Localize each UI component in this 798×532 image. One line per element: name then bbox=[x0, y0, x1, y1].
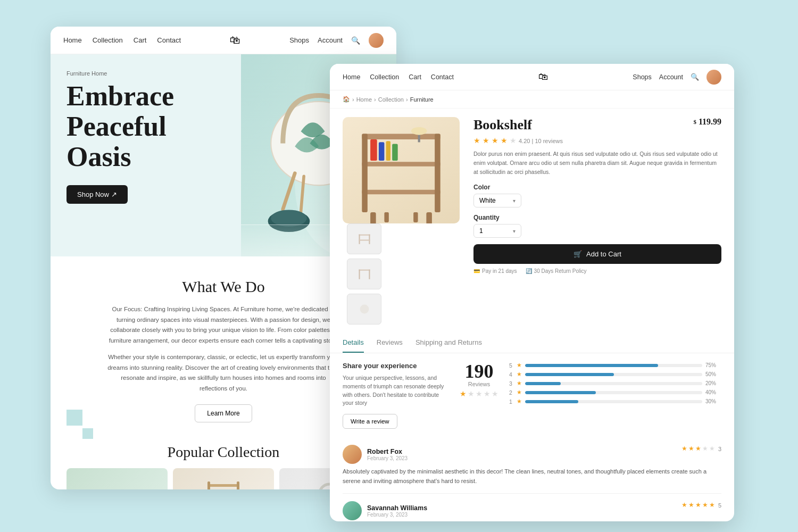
nav-cart[interactable]: Cart bbox=[134, 36, 147, 44]
account-link[interactable]: Account bbox=[318, 36, 343, 44]
gallery-container bbox=[343, 117, 460, 325]
thumb-1[interactable] bbox=[347, 223, 381, 254]
add-to-cart-button[interactable]: 🛒 Add to Cart bbox=[473, 244, 721, 264]
back-nav-right: Shops Account 🔍 bbox=[289, 33, 384, 48]
breadcrumb-home[interactable]: Home bbox=[356, 96, 372, 103]
plant-illustration bbox=[96, 473, 138, 489]
learn-more-button[interactable]: Learn More bbox=[195, 404, 252, 422]
share-text: Your unique perspective, lessons, and mo… bbox=[343, 374, 449, 408]
breadcrumb-sep2: › bbox=[374, 96, 376, 103]
front-user-avatar[interactable] bbox=[706, 70, 721, 85]
back-nav: Home Collection Cart Contact 🛍 Shops Acc… bbox=[51, 27, 396, 54]
avg-star-5: ★ bbox=[492, 389, 498, 398]
nav-contact[interactable]: Contact bbox=[157, 36, 181, 44]
rating-label-2: 2 bbox=[509, 389, 513, 396]
rating-row-5: 5 ★ 75% bbox=[509, 362, 721, 369]
product-title: Bookshelf bbox=[473, 117, 532, 133]
tab-reviews[interactable]: Reviews bbox=[377, 333, 403, 353]
front-nav-cart[interactable]: Cart bbox=[409, 73, 421, 81]
hero-label: Furniture Home bbox=[66, 70, 225, 77]
svg-point-47 bbox=[360, 305, 369, 314]
product-section: Bookshelf $ 119.99 ★ ★ ★ ★ ★ 4.20 | 10 r… bbox=[330, 109, 734, 333]
svg-rect-27 bbox=[362, 190, 440, 194]
review-score-1: 3 bbox=[718, 446, 721, 452]
bar-pct-5: 75% bbox=[705, 362, 721, 368]
thumb-3[interactable] bbox=[347, 294, 381, 325]
avg-star-4: ★ bbox=[484, 389, 491, 398]
thumb-2[interactable] bbox=[347, 259, 381, 289]
breadcrumb-sep1: › bbox=[352, 96, 354, 103]
rating-row-1: 1 ★ 30% bbox=[509, 398, 721, 405]
front-nav-contact[interactable]: Contact bbox=[431, 73, 454, 81]
review-list: Robert Fox February 3, 2023 ★ ★ ★ ★ ★ 3 … bbox=[330, 437, 734, 521]
user-avatar[interactable] bbox=[369, 33, 384, 48]
gallery-main-image[interactable] bbox=[343, 117, 460, 223]
front-account-link[interactable]: Account bbox=[659, 73, 683, 81]
front-nav-collection[interactable]: Collection bbox=[370, 73, 399, 81]
front-logo: 🛍 bbox=[538, 71, 548, 82]
search-icon[interactable]: 🔍 bbox=[351, 36, 360, 45]
hero-title: Embrace Peaceful Oasis bbox=[66, 81, 225, 172]
rating-star-2: ★ bbox=[517, 389, 522, 396]
reviewer-header-1: Robert Fox February 3, 2023 ★ ★ ★ ★ ★ 3 bbox=[343, 445, 721, 464]
r1-star-1: ★ bbox=[681, 445, 687, 453]
reviewer-avatar-1 bbox=[343, 445, 362, 464]
bar-bg-5 bbox=[525, 364, 702, 367]
bar-pct-3: 20% bbox=[705, 380, 721, 386]
star-2: ★ bbox=[483, 136, 489, 145]
popular-card-shelf[interactable] bbox=[173, 468, 274, 489]
shops-link[interactable]: Shops bbox=[289, 36, 309, 44]
return-icon: 🔄 bbox=[526, 268, 532, 274]
tab-details[interactable]: Details bbox=[343, 333, 364, 353]
popular-card-plant[interactable] bbox=[66, 468, 168, 489]
front-shops-link[interactable]: Shops bbox=[633, 73, 651, 81]
bar-fill-1 bbox=[525, 400, 578, 403]
product-info: Bookshelf $ 119.99 ★ ★ ★ ★ ★ 4.20 | 10 r… bbox=[468, 117, 721, 325]
bar-pct-4: 50% bbox=[705, 371, 721, 377]
svg-rect-25 bbox=[362, 134, 440, 140]
svg-rect-28 bbox=[362, 134, 368, 212]
rating-label-4: 4 bbox=[509, 371, 513, 378]
bar-fill-5 bbox=[525, 364, 658, 367]
total-reviews: 190 Reviews ★ ★ ★ ★ ★ bbox=[460, 362, 498, 398]
avg-star-2: ★ bbox=[468, 389, 475, 398]
rating-bars: 5 ★ 75% 4 ★ 50% 3 ★ 2 bbox=[509, 362, 721, 407]
reviewer-stars-2: ★ ★ ★ ★ ★ 5 bbox=[681, 501, 721, 509]
bar-pct-2: 40% bbox=[705, 389, 721, 395]
back-nav-links: Home Collection Cart Contact bbox=[63, 36, 181, 44]
svg-rect-44 bbox=[359, 270, 370, 271]
bar-bg-3 bbox=[525, 382, 702, 385]
r1-star-5: ★ bbox=[709, 445, 715, 453]
bookshelf-main-svg bbox=[343, 117, 460, 223]
breadcrumb-collection[interactable]: Collection bbox=[378, 96, 404, 103]
shop-now-button[interactable]: Shop Now ↗ bbox=[66, 185, 128, 204]
bar-pct-1: 30% bbox=[705, 398, 721, 404]
color-select[interactable]: White bbox=[473, 194, 521, 207]
rating-row-2: 2 ★ 40% bbox=[509, 389, 721, 396]
quantity-select[interactable]: 1 bbox=[473, 224, 521, 238]
bar-fill-3 bbox=[525, 382, 561, 385]
reviewer-date-2: February 3, 2023 bbox=[367, 512, 427, 518]
nav-home[interactable]: Home bbox=[63, 36, 82, 44]
nav-collection[interactable]: Collection bbox=[93, 36, 123, 44]
front-nav-home[interactable]: Home bbox=[343, 73, 360, 81]
front-search-icon[interactable]: 🔍 bbox=[691, 73, 699, 81]
star-3: ★ bbox=[492, 136, 498, 145]
price-dollar: $ bbox=[693, 119, 696, 125]
breadcrumb-home-icon[interactable]: 🏠 bbox=[343, 96, 350, 103]
reviewer-date-1: February 3, 2023 bbox=[367, 455, 408, 461]
avg-star-3: ★ bbox=[476, 389, 483, 398]
hero-text: Furniture Home Embrace Peaceful Oasis Sh… bbox=[51, 54, 241, 256]
tab-shipping[interactable]: Shipping and Returns bbox=[415, 333, 482, 353]
review-item-1: Robert Fox February 3, 2023 ★ ★ ★ ★ ★ 3 … bbox=[343, 437, 721, 494]
cart-icon: 🛒 bbox=[573, 250, 582, 258]
reviewer-stars-1: ★ ★ ★ ★ ★ 3 bbox=[681, 445, 721, 453]
share-experience: Share your experience Your unique perspe… bbox=[343, 362, 449, 429]
front-nav-links: Home Collection Cart Contact bbox=[343, 73, 454, 81]
write-review-button[interactable]: Write a review bbox=[343, 414, 397, 429]
r2-star-3: ★ bbox=[695, 501, 701, 509]
breadcrumb: 🏠 › Home › Collection › Furniture bbox=[330, 90, 734, 109]
quantity-label: Quantity bbox=[473, 214, 721, 221]
rating-star-4: ★ bbox=[517, 371, 522, 378]
review-summary-row: 190 Reviews ★ ★ ★ ★ ★ 5 ★ 75% bbox=[460, 362, 721, 407]
